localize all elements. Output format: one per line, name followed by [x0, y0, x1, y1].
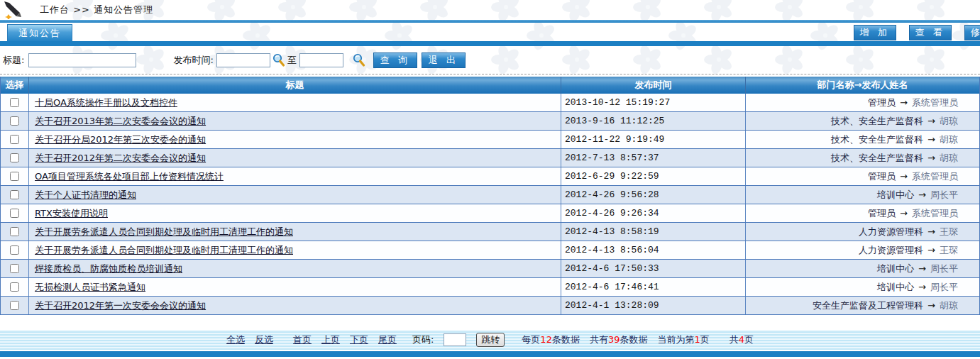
header-select: 选择	[1, 77, 29, 94]
page-number-input[interactable]	[444, 333, 466, 346]
dept-name: 管理员	[868, 170, 896, 183]
row-publish-time: 2012-7-13 8:57:37	[561, 149, 746, 167]
row-checkbox[interactable]	[10, 116, 19, 126]
row-select-cell	[1, 149, 29, 167]
arrow-icon: →	[918, 263, 926, 274]
current-page-stat: 当前为第1页	[657, 333, 709, 346]
row-select-cell	[1, 241, 29, 259]
notice-title-link[interactable]: 关于召开2013年第二次安委会会议的通知	[35, 115, 206, 128]
notice-title-link[interactable]: 十局OA系统操作手册以及文档控件	[35, 96, 177, 109]
publisher-name: 王琛	[940, 244, 958, 257]
row-checkbox[interactable]	[10, 190, 19, 199]
table-row: 关于召开2012年第二次安委会会议的通知2012-7-13 8:57:37技术、…	[1, 149, 979, 167]
row-publish-time: 2012-11-22 9:19:49	[561, 131, 746, 148]
query-button[interactable]: 查 询	[373, 53, 417, 68]
dept-name: 人力资源管理科	[859, 226, 923, 238]
title-input[interactable]	[28, 53, 136, 67]
arrow-icon: →	[927, 300, 935, 311]
dept-name: 管理员	[868, 96, 896, 109]
last-page-link[interactable]: 尾页	[378, 333, 397, 346]
row-checkbox[interactable]	[10, 282, 19, 292]
pagination-bar: 全选 反选 首页 上页 下页 尾页 页码: 跳转 每页12条数据 共有39条数据…	[0, 330, 980, 350]
notice-title-link[interactable]: 无损检测人员证书紧急通知	[35, 281, 145, 294]
notice-title-link[interactable]: RTX安装使用说明	[35, 207, 108, 220]
row-checkbox[interactable]	[10, 172, 19, 181]
row-publish-time: 2012-4-1 13:28:09	[561, 297, 746, 314]
next-page-link[interactable]: 下页	[350, 333, 368, 346]
row-select-cell	[1, 112, 29, 130]
date-from-input[interactable]	[216, 53, 270, 67]
pen-icon	[3, 1, 24, 19]
jump-button[interactable]: 跳转	[476, 333, 505, 347]
row-publish-time: 2012-4-6 17:50:33	[561, 260, 746, 277]
breadcrumb-bar: 工作台 >> 通知公告管理	[0, 0, 980, 20]
notice-title-link[interactable]: OA项目管理系统各处项目部上传资料情况统计	[35, 170, 224, 183]
dept-name: 培训中心	[877, 281, 914, 294]
row-dept-person-cell: 人力资源管理科→王琛	[746, 223, 979, 241]
notice-title-link[interactable]: 关于个人证书清理的通知	[35, 189, 136, 201]
row-checkbox[interactable]	[10, 209, 19, 218]
row-dept-person-cell: 技术、安全生产监督科→胡琼	[746, 131, 979, 148]
arrow-icon: →	[927, 116, 935, 126]
dept-name: 技术、安全生产监督科	[831, 133, 923, 146]
notice-title-link[interactable]: 焊接质检员、防腐蚀质检员培训通知	[35, 263, 182, 275]
row-dept-person-cell: 培训中心→周长平	[746, 260, 979, 277]
row-select-cell	[1, 94, 29, 111]
calendar-search-icon[interactable]	[272, 53, 286, 67]
table-header-row: 选择 标题 发布时间 部门名称→发布人姓名	[1, 77, 979, 94]
publisher-name: 王琛	[940, 226, 958, 238]
row-checkbox[interactable]	[10, 264, 19, 273]
dept-name: 培训中心	[877, 189, 914, 201]
invert-select-link[interactable]: 反选	[255, 333, 273, 346]
publisher-name: 系统管理员	[912, 96, 958, 109]
table-row: 焊接质检员、防腐蚀质检员培训通知2012-4-6 17:50:33培训中心→周长…	[1, 260, 979, 278]
row-title-cell: 关于召开2012年第二次安委会会议的通知	[29, 149, 561, 167]
edit-button[interactable]: 修 改	[964, 25, 980, 40]
row-dept-person-cell: 培训中心→周长平	[746, 278, 979, 296]
row-publish-time: 2012-6-29 9:22:59	[561, 167, 746, 185]
notice-title-link[interactable]: 关于召开分局2012年第三次安委会的通知	[35, 133, 206, 146]
arrow-icon: →	[927, 134, 935, 145]
arrow-icon: →	[918, 282, 926, 292]
notice-title-link[interactable]: 关于开展劳务派遣人员合同到期处理及临时用工清理工作的通知	[35, 244, 293, 257]
row-checkbox[interactable]	[10, 98, 19, 107]
table-row: 关于召开2012年第一次安委会会议的通知2012-4-1 13:28:09安全生…	[1, 297, 979, 315]
row-title-cell: 十局OA系统操作手册以及文档控件	[29, 94, 561, 111]
view-button[interactable]: 查 看	[909, 25, 952, 40]
row-dept-person-cell: 培训中心→周长平	[746, 186, 979, 204]
header-dept-person: 部门名称→发布人姓名	[746, 77, 979, 94]
row-checkbox[interactable]	[10, 153, 19, 162]
publisher-name: 胡琼	[940, 133, 958, 146]
row-checkbox[interactable]	[10, 227, 19, 236]
date-to-input[interactable]	[299, 53, 343, 67]
row-publish-time: 2012-4-13 8:56:04	[561, 241, 746, 259]
tab-notice[interactable]: 通知公告	[7, 24, 72, 41]
total-stat: 共有39条数据	[590, 333, 648, 346]
calendar-search-icon[interactable]	[352, 53, 366, 67]
search-area: 标题: 发布时间: 至 查 询 退 出	[0, 46, 980, 74]
exit-button[interactable]: 退 出	[422, 53, 466, 68]
row-checkbox[interactable]	[10, 135, 19, 144]
arrow-icon: →	[900, 171, 908, 182]
select-all-link[interactable]: 全选	[226, 333, 245, 346]
notice-title-link[interactable]: 关于召开2012年第二次安委会会议的通知	[35, 152, 206, 165]
row-title-cell: 无损检测人员证书紧急通知	[29, 278, 561, 296]
row-title-cell: 关于召开2013年第二次安委会会议的通知	[29, 112, 561, 130]
row-title-cell: 焊接质检员、防腐蚀质检员培训通知	[29, 260, 561, 277]
first-page-link[interactable]: 首页	[293, 333, 312, 346]
arrow-icon: →	[918, 189, 926, 200]
row-title-cell: 关于召开分局2012年第三次安委会的通知	[29, 131, 561, 148]
row-dept-person-cell: 安全生产监督及工程管理科→胡琼	[746, 297, 979, 314]
notice-title-link[interactable]: 关于召开2012年第一次安委会会议的通知	[35, 299, 206, 312]
notice-title-link[interactable]: 关于开展劳务派遣人员合同到期处理及临时用工清理工作的通知	[35, 226, 293, 238]
publish-date-label: 发布时间:	[173, 54, 213, 67]
header-title: 标题	[29, 77, 561, 94]
row-checkbox[interactable]	[10, 245, 19, 255]
add-button[interactable]: 增 加	[854, 25, 896, 40]
row-title-cell: 关于开展劳务派遣人员合同到期处理及临时用工清理工作的通知	[29, 241, 561, 259]
row-publish-time: 2013-10-12 15:19:27	[561, 94, 746, 111]
prev-page-link[interactable]: 上页	[321, 333, 340, 346]
dept-name: 技术、安全生产监督科	[831, 152, 923, 165]
row-checkbox[interactable]	[10, 301, 19, 310]
current-page-number: 1	[694, 334, 700, 345]
